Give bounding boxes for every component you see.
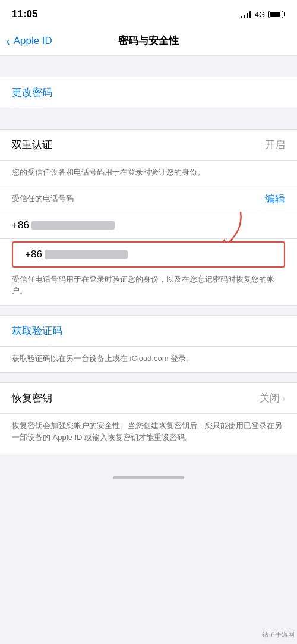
status-bar: 11:05 4G: [0, 0, 297, 26]
status-icons: 4G: [241, 10, 285, 19]
home-indicator-area: [0, 455, 297, 485]
two-factor-header: 双重认证 开启: [0, 130, 297, 161]
signal-icon: [241, 10, 251, 18]
phone-prefix-1: +86: [12, 219, 29, 231]
phone-blur-2: [45, 250, 128, 259]
watermark: 钻子手游网: [262, 630, 295, 639]
trusted-phone-header: 受信任的电话号码 编辑: [0, 186, 297, 212]
verification-description: 获取验证码以在另一台设备上或在 iCloud.com 登录。: [0, 347, 297, 373]
battery-icon: [268, 11, 285, 18]
two-factor-section: 双重认证 开启 您的受信任设备和电话号码用于在登录时验证您的身份。 受信任的电话…: [0, 129, 297, 306]
back-button[interactable]: ‹ Apple ID: [6, 35, 52, 47]
change-password-section[interactable]: 更改密码: [0, 77, 297, 108]
nav-bar: ‹ Apple ID 密码与安全性: [0, 26, 297, 56]
recovery-key-title: 恢复密钥: [12, 391, 52, 405]
highlighted-phone-container: +86: [0, 241, 297, 268]
phone-prefix-2: +86: [25, 249, 42, 260]
two-factor-status: 开启: [265, 138, 285, 152]
back-label: Apple ID: [14, 35, 52, 47]
change-password-link[interactable]: 更改密码: [12, 87, 52, 98]
verification-section: 获取验证码 获取验证码以在另一台设备上或在 iCloud.com 登录。: [0, 315, 297, 373]
phone-number-1: +86: [0, 212, 297, 239]
verification-link[interactable]: 获取验证码: [0, 316, 297, 347]
section-gap-3: [0, 306, 297, 315]
section-gap-4: [0, 373, 297, 382]
recovery-key-status: 关闭: [260, 391, 280, 405]
network-label: 4G: [255, 10, 265, 19]
phone-number-2-highlighted: +86: [12, 241, 285, 268]
recovery-key-status-row: 关闭 ›: [260, 391, 285, 405]
two-factor-title: 双重认证: [12, 138, 52, 152]
recovery-key-description: 恢复密钥会加强您帐户的安全性。当您创建恢复密钥后，您只能使用已登录在另一部设备的…: [0, 414, 297, 455]
home-indicator: [113, 476, 184, 479]
phone-note: 受信任电话号码用于在登录时验证您的身份，以及在您忘记密码时恢复您的帐户。: [0, 268, 297, 305]
section-gap-1: [0, 56, 297, 77]
chevron-right-icon: ›: [282, 393, 285, 404]
page-title: 密码与安全性: [118, 34, 179, 48]
chevron-left-icon: ‹: [6, 35, 10, 47]
phone-blur-1: [31, 221, 115, 230]
trusted-phone-label: 受信任的电话号码: [12, 193, 74, 204]
status-time: 11:05: [12, 8, 37, 20]
two-factor-description: 您的受信任设备和电话号码用于在登录时验证您的身份。: [0, 161, 297, 186]
recovery-key-section: 恢复密钥 关闭 › 恢复密钥会加强您帐户的安全性。当您创建恢复密钥后，您只能使用…: [0, 382, 297, 455]
edit-button[interactable]: 编辑: [265, 192, 285, 206]
recovery-key-header[interactable]: 恢复密钥 关闭 ›: [0, 383, 297, 414]
section-gap-2: [0, 108, 297, 129]
